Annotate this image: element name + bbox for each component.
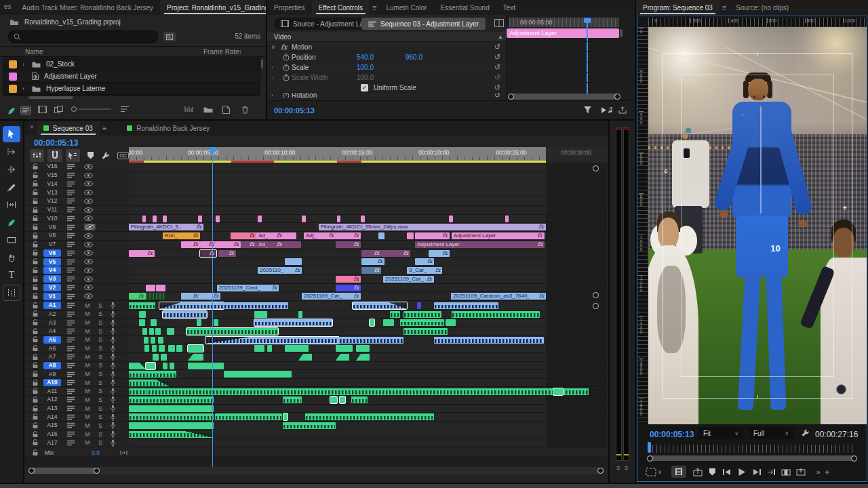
timeline-clip[interactable] [340, 396, 345, 403]
settings-wrench-icon[interactable] [801, 428, 810, 437]
mute-button[interactable]: M [84, 302, 91, 309]
sync-lock-icon[interactable] [67, 241, 75, 247]
timeline-clip[interactable] [151, 337, 155, 344]
timeline-clip[interactable] [283, 241, 302, 248]
sync-lock-icon[interactable] [67, 198, 75, 204]
timeline-clip[interactable] [407, 232, 414, 239]
track-target-a10[interactable]: A10 [43, 379, 61, 386]
eye-icon[interactable] [84, 190, 93, 195]
timeline-clip[interactable]: fx [415, 258, 434, 265]
extract-icon[interactable] [796, 468, 806, 476]
solo-button[interactable]: S [97, 396, 104, 403]
timeline-clip[interactable] [146, 363, 156, 369]
stopwatch-icon[interactable] [281, 74, 292, 81]
sync-lock-icon[interactable] [67, 388, 75, 394]
reset-icon[interactable]: ↺ [494, 53, 500, 62]
timeline-clip[interactable] [129, 302, 155, 309]
timeline-clip[interactable] [224, 371, 292, 378]
track-lane-a12[interactable] [129, 396, 607, 405]
sync-lock-icon[interactable] [67, 405, 75, 411]
eye-icon[interactable] [84, 268, 93, 273]
track-lane-v13[interactable] [129, 188, 607, 197]
timeline-clip[interactable]: 20251109_Car_fx [383, 276, 434, 283]
param-position[interactable]: Position540.0960.0↺ [271, 52, 506, 62]
tab-program-sequence-03[interactable]: Program: Sequence 03 [636, 0, 719, 15]
trash-icon[interactable] [241, 106, 249, 114]
mute-button[interactable]: M [84, 422, 91, 429]
track-target-a5[interactable]: A5 [43, 336, 61, 344]
timeline-clip[interactable] [339, 337, 403, 344]
track-target-v9[interactable]: V9 [43, 224, 61, 231]
timeline-clip[interactable]: fx [200, 293, 220, 300]
sync-lock-icon[interactable] [67, 414, 75, 420]
timeline-clip[interactable]: fx [361, 267, 381, 274]
program-video-frame[interactable]: 10 [648, 27, 867, 424]
track-target-a8[interactable]: A8 [43, 362, 61, 369]
video-section-label[interactable]: Video [274, 33, 291, 41]
mini-adjustment-clip[interactable]: Adjustment Layer [507, 28, 619, 38]
stopwatch-icon[interactable] [281, 93, 292, 98]
solo-button[interactable]: S [97, 431, 104, 438]
timeline-clip[interactable] [254, 311, 268, 318]
sync-lock-icon[interactable] [67, 259, 75, 265]
timeline-clip[interactable]: fx [200, 241, 216, 248]
timeline-clip[interactable] [254, 345, 264, 352]
track-target-v5[interactable]: V5 [43, 258, 61, 266]
track-lane-a13[interactable] [129, 405, 607, 413]
timeline-clip[interactable]: fx [181, 293, 200, 300]
track-lane-v8[interactable]: Ron_fxfxAd_fxAdj_fxfxfxAdjustment Layerf… [129, 232, 607, 241]
sync-lock-icon[interactable] [67, 293, 75, 300]
timeline-clip[interactable] [170, 363, 174, 369]
mute-button[interactable]: M [84, 319, 91, 326]
lift-icon[interactable] [781, 468, 791, 476]
timeline-clip[interactable] [129, 396, 214, 403]
nested-sequence-button[interactable] [30, 149, 44, 162]
sync-lock-icon[interactable] [67, 354, 75, 360]
track-target-v4[interactable]: V4 [43, 266, 61, 274]
mic-icon[interactable] [110, 327, 116, 335]
timeline-clip[interactable] [446, 319, 455, 326]
track-target-v11[interactable]: V11 [43, 206, 61, 214]
timeline-clip[interactable]: Adjustment Layerfx [452, 232, 545, 239]
sync-lock-icon[interactable] [67, 267, 75, 273]
track-target-v12[interactable]: V12 [43, 197, 61, 205]
tab-ronaldinho-back-jersey[interactable]: Ronaldinho Back Jersey [120, 121, 216, 136]
solo-button[interactable]: S [97, 302, 104, 309]
timeline-clip[interactable] [161, 354, 167, 361]
timeline-clip[interactable] [553, 388, 563, 395]
track-lane-v3[interactable]: fx20251109_Car_fx [129, 275, 607, 284]
mini-hscrollbar[interactable] [509, 94, 619, 100]
mic-icon[interactable] [110, 439, 116, 447]
lock-icon[interactable] [33, 172, 38, 179]
timeline-clip[interactable] [254, 319, 332, 326]
lock-icon[interactable] [33, 431, 38, 438]
safe-margins-icon[interactable] [646, 468, 656, 476]
track-target-v16[interactable]: V16 [43, 163, 61, 170]
label-color-chip[interactable] [9, 73, 17, 81]
timeline-clip[interactable]: 20251109_Card_fx [217, 285, 279, 291]
timeline-clip[interactable] [434, 302, 498, 309]
lock-icon[interactable] [33, 258, 38, 265]
timeline-clip[interactable] [129, 363, 146, 369]
mic-icon[interactable] [110, 396, 116, 403]
mute-button[interactable]: M [84, 354, 91, 361]
sync-lock-icon[interactable] [67, 190, 75, 196]
timeline-clip[interactable]: 2025110_fx [258, 267, 302, 274]
track-lane-a9[interactable] [129, 370, 607, 379]
fit-icon[interactable] [120, 450, 127, 455]
timeline-clip[interactable] [330, 396, 337, 403]
eye-off-icon[interactable] [84, 224, 96, 230]
timeline-clip[interactable] [129, 388, 148, 395]
captions-icon[interactable]: CC [117, 152, 129, 159]
track-lane-a11[interactable] [129, 388, 607, 396]
solo-button[interactable]: S [97, 328, 104, 335]
list-item[interactable]: Adjustment Layer [3, 70, 260, 83]
lock-icon[interactable] [33, 380, 38, 386]
sort-icon[interactable] [121, 106, 129, 113]
track-target-v7[interactable]: V7 [43, 241, 61, 248]
solo-button[interactable]: S [97, 380, 104, 386]
timeline-clip[interactable] [283, 422, 336, 429]
timeline-clip[interactable] [205, 337, 339, 344]
track-lane-v2[interactable]: 20251109_Card_fxfx [129, 284, 607, 293]
project-hscrollbar[interactable] [28, 96, 73, 99]
